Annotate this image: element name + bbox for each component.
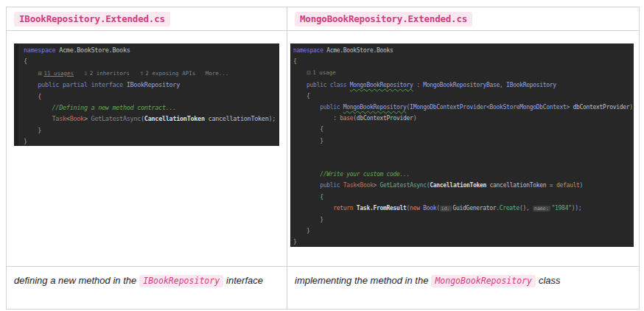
code-token: public <box>320 104 343 111</box>
code-token: : <box>413 82 424 88</box>
code-token: } <box>320 217 323 223</box>
filename-chip-ibookrepository: IBookRepository.Extended.cs <box>14 12 170 27</box>
code-token: Acme.BookStore.Books <box>323 47 393 54</box>
ide-code-screenshot-ibookrepository: namespace Acme.BookStore.Books{ ⊞ 11 usa… <box>14 43 279 146</box>
code-token: //Write your custom code... <box>320 171 410 178</box>
code-token: MongoBookRepository <box>343 104 407 111</box>
caption-text: defining a new method in the <box>14 275 136 286</box>
code-token: Book <box>423 205 436 212</box>
code-token <box>293 93 307 99</box>
code-token: 11 usages <box>43 70 74 77</box>
caption-text: class <box>539 275 561 286</box>
code-token: dbContextProvider <box>357 115 413 122</box>
code-token: 2 exposing APIs <box>145 70 195 77</box>
caption-cell-right: implementing the method in theMongoBookR… <box>287 266 639 309</box>
code-token: //Defining a new method contract... <box>52 104 177 111</box>
code-line: { <box>24 91 279 102</box>
code-line <box>293 147 634 158</box>
code-line: public MongoBookRepository(IMongoDbConte… <box>293 102 634 113</box>
code-token: public partial interface <box>38 81 123 88</box>
code-line: { <box>293 124 634 135</box>
code-token <box>293 182 320 189</box>
code-token: public <box>320 182 343 189</box>
code-token: } <box>320 138 323 144</box>
inheritors-icon: ⇩ <box>84 71 90 77</box>
filename-chip-mongobookrepository: MongoBookRepository.Extended.cs <box>295 12 472 27</box>
code-token <box>293 115 333 122</box>
code-token <box>74 70 84 77</box>
code-token: { <box>24 57 27 65</box>
code-token: base <box>340 115 353 122</box>
code-token <box>293 171 320 178</box>
code-line: } <box>293 226 634 237</box>
code-token <box>293 205 333 212</box>
code-token: { <box>320 126 323 133</box>
code-token: ) <box>629 104 633 111</box>
code-token: (), <box>519 205 533 212</box>
ide-code-screenshot-mongobookrepository: namespace Acme.BookStore.Books{ ⊡ 1 usag… <box>290 43 634 247</box>
code-token: dbContextProvider <box>573 104 629 111</box>
code-line: Task<Book> GetLatestAsync(CancellationTo… <box>24 113 279 125</box>
code-token: cancellationToken <box>486 182 550 189</box>
code-line: } <box>293 136 634 147</box>
code-token: Task.FromResult <box>357 205 407 212</box>
code-token: name: <box>533 206 550 212</box>
code-token <box>293 194 320 200</box>
code-token: public class <box>307 82 350 88</box>
code-line: : base(dbContextProvider) <box>293 113 634 124</box>
code-line: { <box>293 56 634 67</box>
code-token: return <box>333 205 357 212</box>
code-token <box>130 70 140 77</box>
code-token: ) <box>580 182 584 189</box>
code-token: id: <box>440 206 452 212</box>
code-token: } <box>293 239 297 245</box>
screenshot-cell-left: namespace Acme.BookStore.Books{ ⊞ 11 usa… <box>7 30 287 266</box>
code-token: CancellationToken <box>430 182 486 189</box>
code-token: : <box>333 115 340 122</box>
code-token: { <box>38 93 41 100</box>
code-token: } <box>24 138 27 145</box>
code-token: IBookRepository <box>506 82 556 88</box>
code-line: { <box>293 91 634 102</box>
code-token <box>293 82 307 88</box>
code-line: //Write your custom code... <box>293 169 634 180</box>
code-token: 1 usage <box>312 69 336 76</box>
code-line: { <box>293 192 634 203</box>
code-token <box>24 115 52 122</box>
code-token <box>293 217 320 223</box>
code-token: default <box>556 182 580 189</box>
code-token <box>24 81 38 88</box>
code-token <box>293 69 307 76</box>
code-line: } <box>24 125 279 136</box>
code-line: public Task<Book> GetLatestAsync(Cancell… <box>293 180 634 191</box>
code-token <box>24 127 38 134</box>
code-token: } <box>38 127 41 134</box>
code-token: > <box>84 115 91 122</box>
code-line: } <box>24 136 279 146</box>
code-token: namespace <box>293 47 323 54</box>
code-token: "1984" <box>552 205 572 212</box>
code-token <box>293 228 307 234</box>
code-token: , <box>500 82 506 88</box>
code-line: return Task.FromResult(new Book(id:GuidG… <box>293 203 634 214</box>
code-token: > <box>373 182 379 189</box>
code-line: //Defining a new method contract... <box>24 102 279 113</box>
code-token: MongoBookRepository <box>350 82 413 88</box>
code-token <box>24 69 38 77</box>
code-token: IBookRepository <box>123 81 180 88</box>
code-line: } <box>293 237 634 247</box>
code-token: GetLatestAsync <box>91 115 141 122</box>
code-token: = <box>550 182 556 189</box>
code-line: namespace Acme.BookStore.Books <box>24 45 279 56</box>
code-token: Acme.BookStore.Books <box>55 46 130 54</box>
code-line <box>293 158 634 169</box>
code-token: 2 inheritors <box>90 70 130 77</box>
header-cell-left: IBookRepository.Extended.cs <box>7 7 287 30</box>
caption-code-chip: MongoBookRepository <box>431 275 536 287</box>
code-token: Task <box>343 182 357 189</box>
code-line: } <box>293 214 634 226</box>
usages-icon: ⊡ <box>307 70 312 76</box>
caption-code-chip: IBookRepository <box>139 275 223 287</box>
code-token: { <box>293 58 297 65</box>
code-token: { <box>320 194 323 200</box>
